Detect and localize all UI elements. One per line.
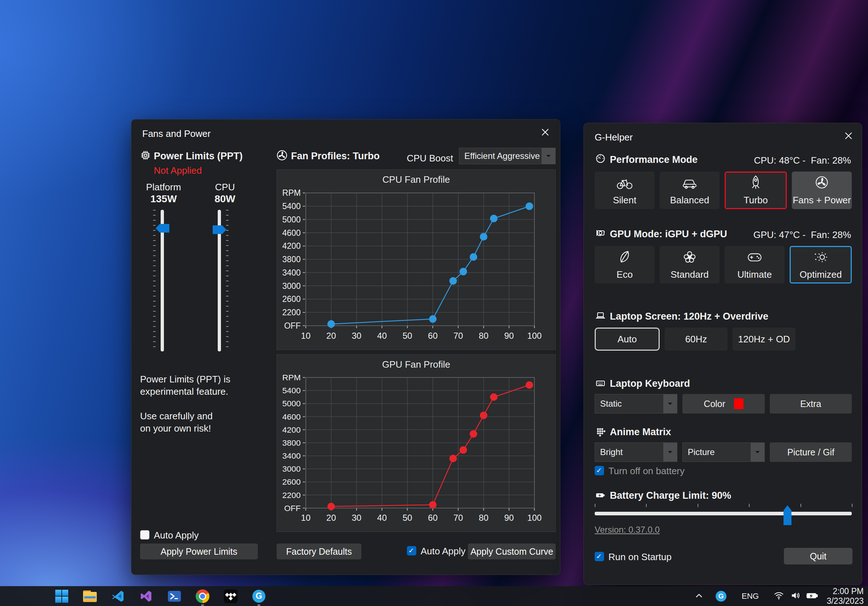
chevron-down-icon[interactable]	[663, 443, 677, 462]
tile-label: Auto	[617, 334, 637, 345]
powershell-icon[interactable]	[167, 589, 181, 603]
screen-mode-buttons: Auto 60Hz 120Hz + OD	[595, 327, 795, 351]
wifi-icon[interactable]	[773, 591, 784, 602]
svg-text:20: 20	[326, 331, 336, 341]
keyboard-extra-button[interactable]: Extra	[770, 394, 852, 414]
volume-icon[interactable]	[791, 591, 801, 602]
apply-custom-curve-button[interactable]: Apply Custom Curve	[468, 544, 556, 560]
performance-turbo-button[interactable]: Turbo	[725, 172, 787, 209]
anime-matrix-controls: Bright Picture Picture / Gif	[595, 442, 852, 462]
svg-text:RPM: RPM	[282, 373, 301, 382]
car-icon	[681, 175, 698, 192]
system-tray: G ENG 2:00 PM 3/23/2023	[695, 586, 864, 606]
svg-text:70: 70	[454, 331, 463, 341]
battery-slider-handle[interactable]	[784, 505, 792, 525]
vscode-icon[interactable]	[111, 589, 125, 603]
svg-text:RPM: RPM	[282, 188, 301, 198]
fan-profiles-header: Fan Profiles: Turbo	[291, 150, 380, 162]
chevron-down-icon[interactable]	[663, 394, 677, 413]
cpu-chip-icon	[140, 150, 151, 161]
keyboard-mode-value: Static	[595, 399, 663, 409]
file-explorer-icon[interactable]	[83, 589, 97, 603]
screen-60hz-button[interactable]: 60Hz	[665, 327, 727, 351]
power-auto-apply-checkbox[interactable]	[140, 530, 149, 539]
g-helper-close-button[interactable]	[843, 131, 854, 142]
laptop-screen-header: Laptop Screen: 120Hz + Overdrive	[610, 311, 768, 322]
platform-slider-handle[interactable]	[156, 224, 169, 232]
language-indicator[interactable]: ENG	[742, 592, 759, 601]
tile-label: Turbo	[744, 195, 768, 206]
svg-text:3000: 3000	[282, 281, 301, 290]
svg-text:3800: 3800	[282, 438, 301, 448]
curve-auto-apply-checkbox[interactable]	[407, 546, 416, 555]
power-auto-apply-label: Auto Apply	[154, 530, 198, 541]
screen-auto-button[interactable]: Auto	[595, 327, 660, 351]
gpu-ultimate-button[interactable]: Ultimate	[725, 246, 784, 284]
chrome-icon[interactable]	[196, 589, 209, 603]
slider-ticks	[226, 210, 229, 352]
tray-chevron-up-icon[interactable]	[695, 592, 703, 601]
platform-value: 135W	[142, 193, 185, 205]
cpu-power-slider[interactable]	[213, 210, 233, 352]
laptop-icon	[595, 311, 606, 321]
svg-text:30: 30	[352, 331, 361, 341]
g-helper-taskbar-icon[interactable]: G	[252, 589, 266, 603]
cpu-fan-profile-chart[interactable]: CPU Fan Profile102030405060708090100RPM5…	[277, 169, 556, 350]
fan-icon	[814, 175, 830, 192]
battery-charge-limit-header: Battery Charge Limit: 90%	[610, 490, 731, 501]
svg-text:90: 90	[504, 513, 514, 522]
screen-120hz-od-button[interactable]: 120Hz + OD	[733, 327, 795, 351]
fans-window-title: Fans and Power	[142, 128, 211, 139]
start-button[interactable]	[55, 589, 68, 603]
visual-studio-icon[interactable]	[140, 589, 153, 603]
run-on-startup-checkbox[interactable]	[595, 552, 604, 561]
svg-text:10: 10	[301, 331, 310, 341]
quit-button[interactable]: Quit	[784, 548, 852, 564]
chevron-down-icon[interactable]	[751, 443, 764, 462]
matrix-brightness-value: Bright	[595, 447, 663, 457]
gpu-eco-button[interactable]: Eco	[595, 246, 655, 284]
matrix-brightness-dropdown[interactable]: Bright	[595, 442, 677, 462]
tile-label: 60Hz	[685, 334, 707, 345]
tile-label: Silent	[613, 195, 636, 206]
matrix-mode-dropdown[interactable]: Picture	[682, 442, 765, 462]
cpu-value: 80W	[203, 193, 246, 205]
factory-defaults-button[interactable]: Factory Defaults	[277, 544, 361, 560]
close-icon	[542, 129, 549, 137]
gpu-fan-profile-chart[interactable]: GPU Fan Profile102030405060708090100RPM5…	[277, 354, 556, 532]
performance-fans-power-button[interactable]: Fans + Power	[792, 172, 852, 209]
laptop-keyboard-header: Laptop Keyboard	[610, 378, 690, 389]
keyboard-color-button[interactable]: Color	[682, 394, 764, 414]
performance-balanced-button[interactable]: Balanced	[660, 172, 719, 209]
battery-charge-icon	[595, 490, 606, 500]
desktop: Fans and Power Power Limits (PPT) Not Ap…	[0, 0, 868, 606]
apply-power-limits-button[interactable]: Apply Power Limits	[140, 544, 258, 560]
platform-power-slider[interactable]	[153, 210, 173, 352]
cpu-boost-dropdown[interactable]: Efficient Aggressive	[459, 148, 556, 164]
svg-text:90: 90	[504, 331, 514, 341]
version-link[interactable]: Version: 0.37.0.0	[595, 525, 660, 535]
matrix-battery-checkbox[interactable]	[595, 466, 604, 475]
performance-silent-button[interactable]: Silent	[595, 172, 655, 209]
platform-label: Platform	[142, 182, 185, 193]
cpu-boost-value: Efficient Aggressive	[459, 151, 542, 161]
battery-tray-icon[interactable]	[806, 591, 818, 602]
g-helper-tray-icon[interactable]: G	[716, 591, 727, 602]
svg-text:70: 70	[454, 513, 463, 522]
chevron-down-icon[interactable]	[542, 148, 555, 164]
fans-window-close-button[interactable]	[540, 127, 550, 138]
matrix-picture-gif-button[interactable]: Picture / Gif	[770, 442, 852, 462]
battery-slider-track[interactable]	[595, 512, 852, 515]
cpu-slider-handle[interactable]	[213, 225, 226, 234]
svg-text:GPU Fan Profile: GPU Fan Profile	[382, 360, 450, 369]
tile-label: 120Hz + OD	[738, 334, 790, 345]
keyboard-mode-dropdown[interactable]: Static	[595, 394, 677, 414]
taskbar-clock[interactable]: 2:00 PM 3/23/2023	[827, 586, 864, 606]
svg-text:100: 100	[527, 513, 542, 522]
gpu-optimized-button[interactable]: Optimized	[790, 246, 852, 284]
svg-text:60: 60	[428, 513, 438, 522]
svg-text:80: 80	[479, 513, 488, 522]
tidal-icon[interactable]	[224, 589, 237, 603]
svg-text:3400: 3400	[282, 451, 301, 460]
gpu-standard-button[interactable]: Standard	[660, 246, 719, 284]
